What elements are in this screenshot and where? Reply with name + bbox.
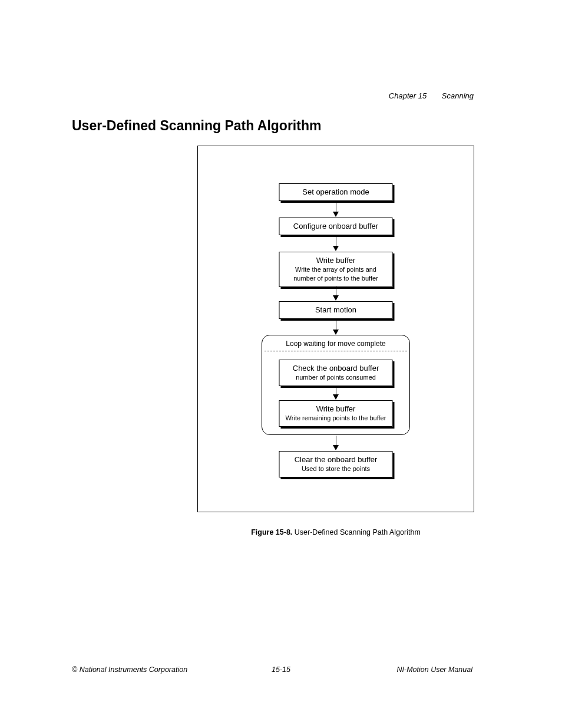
arrow-icon xyxy=(333,436,339,450)
node-subtext: number of points consumed xyxy=(282,374,390,382)
arrow-icon xyxy=(333,202,339,217)
node-title: Start motion xyxy=(282,305,390,315)
caption-text: User-Defined Scanning Path Algorithm xyxy=(292,528,420,536)
arrow-icon xyxy=(333,236,339,251)
arrow-icon xyxy=(333,386,339,400)
flow-node-set-operation-mode: Set operation mode xyxy=(279,183,393,201)
loop-divider xyxy=(265,351,407,351)
node-title: Configure onboard buffer xyxy=(282,222,390,231)
flow-node-configure-buffer: Configure onboard buffer xyxy=(279,218,393,235)
node-title: Clear the onboard buffer xyxy=(282,455,390,465)
section-heading: User-Defined Scanning Path Algorithm xyxy=(72,118,321,134)
header-title: Scanning xyxy=(442,91,474,100)
node-title: Write buffer xyxy=(282,256,390,265)
flow-node-write-buffer-initial: Write buffer Write the array of points a… xyxy=(279,252,393,287)
header-chapter: Chapter 15 xyxy=(389,91,427,100)
arrow-icon xyxy=(333,320,339,335)
flow-node-clear-buffer: Clear the onboard buffer Used to store t… xyxy=(279,451,393,477)
node-title: Check the onboard buffer xyxy=(282,364,390,373)
node-subtext: Write the array of points and xyxy=(282,266,390,274)
footer-manual-title: NI-Motion User Manual xyxy=(396,666,472,674)
page: Chapter 15 Scanning User-Defined Scannin… xyxy=(0,0,562,728)
node-subtext: Write remaining points to the buffer xyxy=(282,414,390,423)
node-subtext: Used to store the points xyxy=(282,465,390,473)
caption-label: Figure 15-8. xyxy=(251,528,292,536)
figure-frame: Set operation mode Configure onboard buf… xyxy=(197,146,474,512)
flow-node-start-motion: Start motion xyxy=(279,301,393,319)
node-title: Set operation mode xyxy=(282,187,390,197)
arrow-icon xyxy=(333,286,339,301)
loop-label: Loop waiting for move complete xyxy=(262,340,409,348)
running-header: Chapter 15 Scanning xyxy=(389,91,474,100)
flow-node-write-buffer-remaining: Write buffer Write remaining points to t… xyxy=(279,400,393,427)
flow-node-check-buffer: Check the onboard buffer number of point… xyxy=(279,360,393,386)
figure-caption: Figure 15-8. User-Defined Scanning Path … xyxy=(197,528,474,536)
node-title: Write buffer xyxy=(282,404,390,414)
node-subtext: number of points to the buffer xyxy=(282,275,390,283)
